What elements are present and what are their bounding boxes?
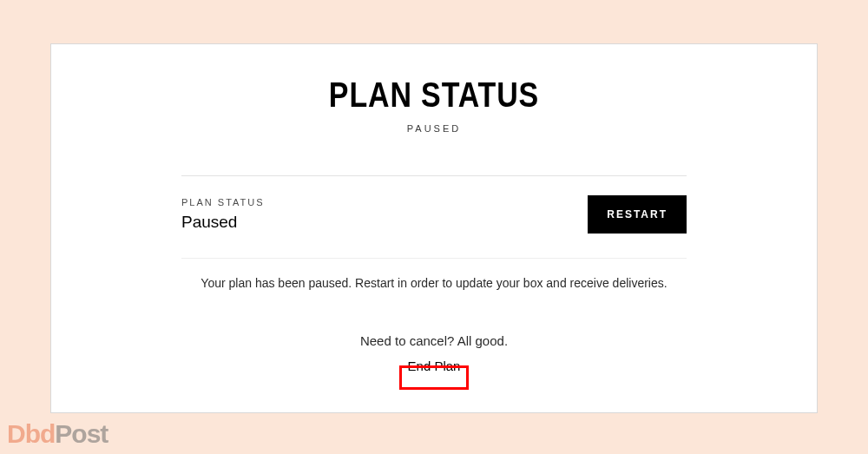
status-label: PLAN STATUS bbox=[181, 197, 265, 207]
status-row: PLAN STATUS Paused RESTART bbox=[181, 195, 687, 234]
cancel-prompt: Need to cancel? All good. bbox=[51, 333, 817, 348]
restart-button[interactable]: RESTART bbox=[588, 195, 687, 234]
end-plan-link[interactable]: End Plan bbox=[401, 355, 468, 377]
watermark-part2: Post bbox=[55, 419, 108, 448]
divider-top bbox=[181, 175, 687, 176]
watermark-part1: Dbd bbox=[7, 419, 55, 448]
divider-bottom bbox=[181, 258, 687, 259]
status-value: Paused bbox=[181, 213, 265, 232]
page-subtitle: PAUSED bbox=[51, 123, 817, 134]
plan-status-card: PLAN STATUS PAUSED PLAN STATUS Paused RE… bbox=[50, 43, 818, 413]
watermark: DbdPost bbox=[7, 419, 108, 449]
cancel-block: Need to cancel? All good. End Plan bbox=[51, 333, 817, 377]
paused-message: Your plan has been paused. Restart in or… bbox=[51, 276, 817, 290]
page-title: PLAN STATUS bbox=[108, 76, 760, 115]
status-info: PLAN STATUS Paused bbox=[181, 197, 265, 232]
